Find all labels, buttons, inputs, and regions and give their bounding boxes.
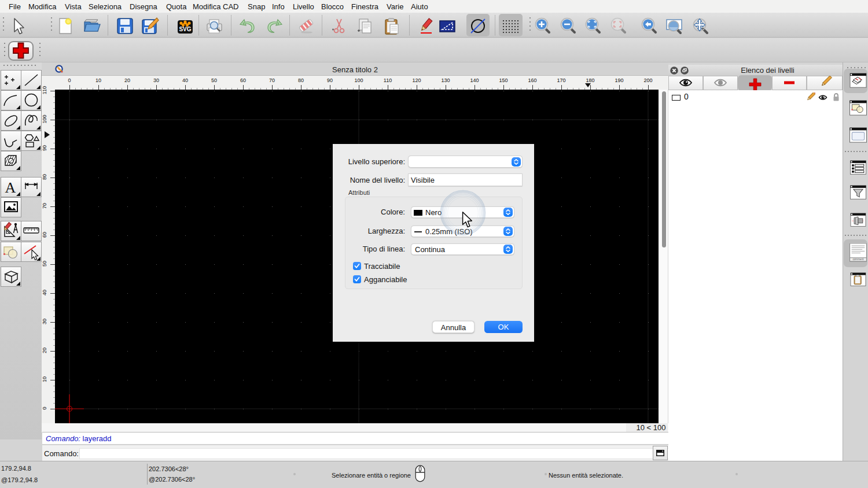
- svg-text:A: A: [5, 179, 16, 196]
- svg-text:comment: comment: [852, 258, 864, 261]
- svg-text:SVG: SVG: [179, 26, 191, 32]
